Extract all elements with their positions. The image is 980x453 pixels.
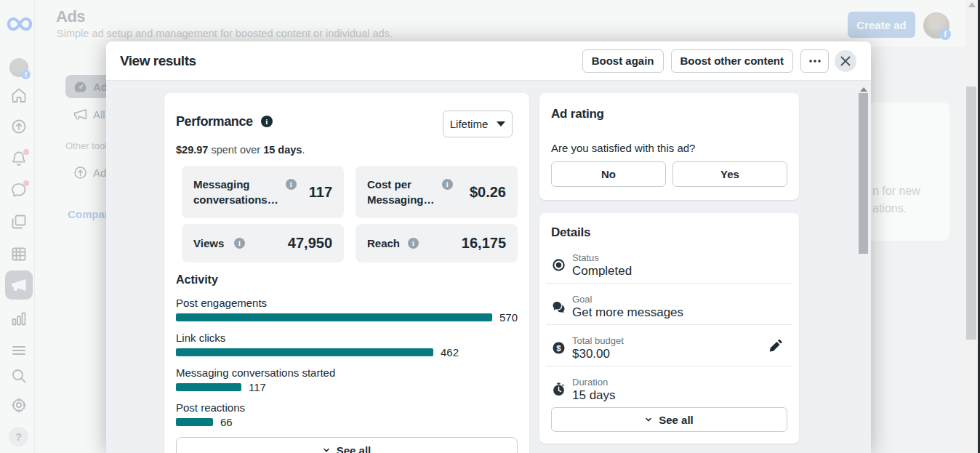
pencil-edit-icon[interactable]	[768, 338, 784, 353]
rating-no-button[interactable]: No	[551, 161, 666, 187]
metric-value: 47,950	[288, 235, 332, 252]
detail-value: $30.00	[572, 348, 624, 361]
page-scrollbar[interactable]	[965, 0, 978, 453]
activity-bar	[176, 418, 213, 426]
info-icon[interactable]: i	[286, 179, 297, 190]
top-bar	[0, 0, 980, 47]
info-icon[interactable]: i	[408, 238, 419, 249]
ad-center-icon[interactable]	[10, 118, 28, 135]
details-card: Details Status Completed	[539, 213, 799, 444]
home-icon[interactable]	[10, 87, 28, 104]
modal-header-actions: Boost again Boost other content	[575, 49, 856, 73]
activity-item: Post reactions 66	[176, 401, 518, 427]
activity-item: Post engagements 570	[176, 296, 518, 322]
detail-row-goal: Goal Get more messages	[546, 284, 792, 325]
posts-icon[interactable]	[10, 213, 28, 230]
info-icon[interactable]: i	[261, 116, 273, 127]
details-see-all-button[interactable]: See all	[551, 407, 787, 432]
notification-dot	[23, 149, 29, 155]
chevron-down-icon	[323, 446, 330, 453]
scroll-up-arrow-icon[interactable]	[968, 2, 976, 7]
info-icon[interactable]: i	[442, 179, 453, 190]
ads-megaphone-icon-selected[interactable]	[5, 270, 33, 300]
detail-row-status: Status Completed	[546, 242, 792, 284]
facebook-badge-icon: f	[939, 28, 951, 40]
scrollbar-thumb[interactable]	[859, 93, 868, 254]
scroll-up-arrow-icon[interactable]	[860, 87, 867, 92]
circle-arrow-icon	[73, 165, 88, 180]
tip-card-text-line2: ations.	[872, 202, 907, 215]
facebook-badge-icon: f	[21, 70, 31, 79]
detail-row-total-budget: $ Total budget $30.00	[546, 325, 792, 366]
spend-duration: 15 days	[263, 144, 302, 156]
sidebar-section-label: Other tools	[65, 140, 112, 151]
megaphone-icon	[73, 107, 88, 122]
date-range-select[interactable]: Lifetime	[443, 111, 513, 137]
svg-text:$: $	[556, 344, 561, 353]
caret-down-icon	[497, 121, 505, 127]
scrollbar-thumb[interactable]	[966, 87, 976, 340]
spend-summary: $29.97 spent over 15 days.	[176, 143, 518, 157]
metric-value: 117	[309, 184, 332, 201]
notification-dot	[23, 180, 29, 186]
details-title: Details	[551, 225, 787, 240]
create-ad-button[interactable]: Create ad	[848, 12, 915, 38]
gauge-icon	[73, 79, 88, 95]
budget-dollar-icon: $	[551, 340, 566, 356]
more-options-button[interactable]	[800, 49, 829, 73]
detail-label: Status	[572, 252, 632, 263]
help-icon[interactable]: ?	[9, 427, 28, 446]
metric-tile-cost-per-messaging: Cost per Messaging…i $0.26	[356, 166, 518, 218]
detail-label: Total budget	[572, 335, 624, 346]
left-icon-rail: f	[0, 0, 35, 453]
settings-gear-icon[interactable]	[10, 396, 28, 414]
view-results-modal: View results Boost again Boost other con…	[106, 41, 871, 453]
modal-title: View results	[120, 53, 196, 69]
chevron-down-icon	[645, 416, 652, 423]
detail-value: 15 days	[572, 389, 616, 402]
goal-messages-icon	[551, 299, 566, 314]
activity-see-all-button[interactable]: See all	[176, 437, 518, 453]
page-title: Ads	[56, 7, 85, 26]
status-radio-icon	[551, 257, 566, 273]
metric-label: Cost per Messaging…	[367, 177, 435, 207]
detail-value: Get more messages	[572, 306, 683, 319]
duration-stopwatch-icon	[551, 382, 566, 397]
modal-header: View results Boost again Boost other con…	[106, 41, 871, 81]
planner-icon[interactable]	[10, 245, 28, 262]
profile-avatar[interactable]: f	[923, 12, 949, 39]
modal-right-column: Ad rating Are you satisfied with this ad…	[539, 93, 799, 444]
rail-profile-avatar[interactable]: f	[9, 58, 28, 77]
info-icon[interactable]: i	[234, 238, 245, 249]
screen: n for new ations. Ads Simple ad setup an…	[0, 0, 980, 453]
menu-icon[interactable]	[10, 342, 28, 359]
boost-other-content-button[interactable]: Boost other content	[671, 49, 794, 73]
meta-logo-icon[interactable]	[7, 16, 33, 32]
modal-scrollbar[interactable]	[857, 82, 869, 453]
insights-icon[interactable]	[10, 310, 28, 327]
metric-value: 16,175	[462, 235, 506, 252]
modal-body: Performance i Lifetime $29.97 spent over…	[106, 81, 871, 453]
detail-label: Duration	[572, 377, 616, 388]
activity-bar	[176, 313, 492, 321]
boost-again-button[interactable]: Boost again	[582, 49, 664, 73]
activity-title: Activity	[176, 273, 518, 287]
page-subtitle: Simple ad setup and management for boost…	[57, 28, 393, 39]
detail-value: Completed	[572, 265, 632, 278]
tip-card-text-line1: n for new	[872, 185, 920, 198]
close-button[interactable]	[835, 50, 856, 72]
metric-label: Views	[193, 236, 227, 251]
metric-tile-messaging-conversations: Messaging conversations…i 117	[182, 166, 344, 218]
search-icon[interactable]	[10, 367, 28, 385]
performance-title: Performance	[176, 113, 253, 130]
rating-yes-button[interactable]: Yes	[672, 161, 787, 187]
metric-tile-reach: Reachi 16,175	[356, 224, 518, 262]
activity-item: Link clicks 462	[176, 331, 518, 357]
spend-text: spent over	[208, 144, 263, 156]
ad-rating-question: Are you satisfied with this ad?	[551, 141, 787, 155]
ad-rating-card: Ad rating Are you satisfied with this ad…	[539, 93, 799, 200]
activity-item: Messaging conversations started 117	[176, 366, 518, 392]
detail-row-duration: Duration 15 days	[546, 366, 792, 407]
activity-bar	[176, 383, 241, 391]
metric-label: Messaging conversations…	[193, 177, 278, 207]
